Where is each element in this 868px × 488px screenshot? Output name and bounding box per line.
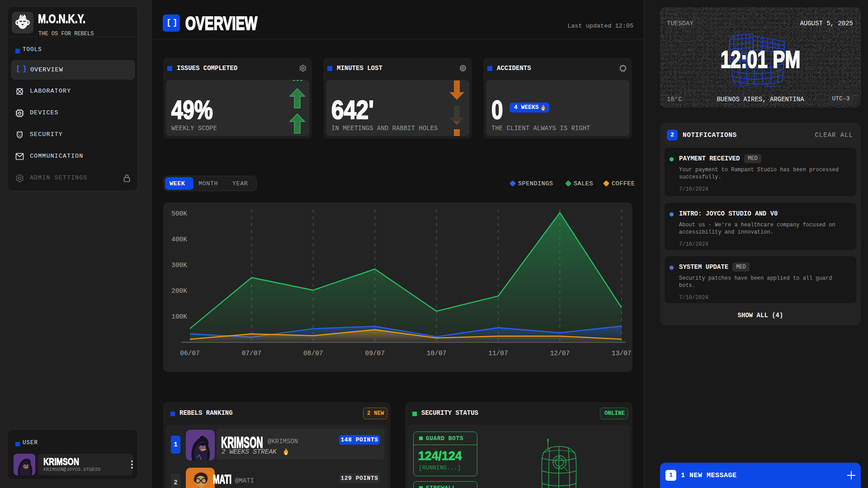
svg-text:400K: 400K xyxy=(171,236,187,243)
svg-text:07/07: 07/07 xyxy=(242,350,262,357)
svg-text:09/07: 09/07 xyxy=(365,350,385,357)
svg-text:06/07: 06/07 xyxy=(180,350,200,357)
svg-text:08/07: 08/07 xyxy=(303,350,323,357)
svg-text:100K: 100K xyxy=(171,313,187,320)
svg-text:500K: 500K xyxy=(171,210,187,217)
svg-text:300K: 300K xyxy=(171,262,187,269)
svg-text:12/07: 12/07 xyxy=(550,350,570,357)
svg-text:13/07: 13/07 xyxy=(612,350,632,357)
svg-text:11/07: 11/07 xyxy=(488,350,508,357)
svg-text:10/07: 10/07 xyxy=(427,350,447,357)
svg-text:200K: 200K xyxy=(171,287,187,295)
